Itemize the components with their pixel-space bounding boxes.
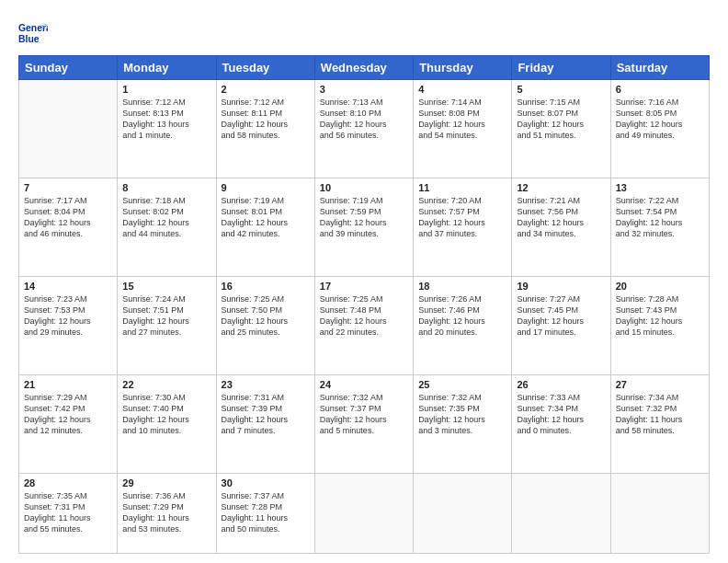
calendar-cell: 11Sunrise: 7:20 AMSunset: 7:57 PMDayligh… (414, 178, 512, 276)
calendar-cell: 15Sunrise: 7:24 AMSunset: 7:51 PMDayligh… (118, 276, 216, 374)
day-number: 5 (517, 84, 605, 95)
calendar-cell: 22Sunrise: 7:30 AMSunset: 7:40 PMDayligh… (118, 374, 216, 473)
logo: General Blue (18, 18, 51, 48)
day-number: 3 (320, 84, 408, 95)
calendar-cell (512, 473, 610, 554)
cell-info: Sunrise: 7:37 AMSunset: 7:28 PMDaylight:… (222, 490, 310, 535)
calendar-cell: 4Sunrise: 7:14 AMSunset: 8:08 PMDaylight… (414, 80, 512, 178)
day-number: 8 (122, 182, 210, 193)
day-number: 22 (122, 379, 210, 390)
cell-info: Sunrise: 7:14 AMSunset: 8:08 PMDaylight:… (418, 97, 506, 142)
day-number: 16 (222, 281, 310, 292)
day-number: 30 (222, 477, 310, 488)
page: General Blue SundayMondayTuesdayWednesda… (0, 0, 728, 563)
day-number: 26 (517, 379, 605, 390)
calendar-cell: 10Sunrise: 7:19 AMSunset: 7:59 PMDayligh… (314, 178, 413, 276)
calendar-cell: 19Sunrise: 7:27 AMSunset: 7:45 PMDayligh… (512, 276, 610, 374)
cell-info: Sunrise: 7:12 AMSunset: 8:11 PMDaylight:… (222, 97, 310, 142)
week-row-5: 28Sunrise: 7:35 AMSunset: 7:31 PMDayligh… (19, 473, 710, 554)
week-row-4: 21Sunrise: 7:29 AMSunset: 7:42 PMDayligh… (19, 374, 710, 473)
calendar-cell: 17Sunrise: 7:25 AMSunset: 7:48 PMDayligh… (314, 276, 413, 374)
day-number: 15 (122, 281, 210, 292)
calendar-cell (19, 80, 118, 178)
calendar-cell: 6Sunrise: 7:16 AMSunset: 8:05 PMDaylight… (610, 80, 709, 178)
day-number: 7 (24, 182, 112, 193)
calendar-cell: 9Sunrise: 7:19 AMSunset: 8:01 PMDaylight… (216, 178, 314, 276)
day-number: 27 (616, 379, 704, 390)
calendar-cell: 25Sunrise: 7:32 AMSunset: 7:35 PMDayligh… (414, 374, 512, 473)
cell-info: Sunrise: 7:20 AMSunset: 7:57 PMDaylight:… (418, 195, 506, 240)
calendar-cell: 5Sunrise: 7:15 AMSunset: 8:07 PMDaylight… (512, 80, 610, 178)
day-number: 14 (24, 281, 112, 292)
cell-info: Sunrise: 7:34 AMSunset: 7:32 PMDaylight:… (616, 392, 704, 437)
day-number: 9 (222, 182, 310, 193)
cell-info: Sunrise: 7:24 AMSunset: 7:51 PMDaylight:… (122, 293, 210, 339)
calendar-cell: 23Sunrise: 7:31 AMSunset: 7:39 PMDayligh… (216, 374, 314, 473)
calendar-cell: 3Sunrise: 7:13 AMSunset: 8:10 PMDaylight… (314, 80, 413, 178)
calendar-cell: 21Sunrise: 7:29 AMSunset: 7:42 PMDayligh… (19, 374, 118, 473)
day-number: 28 (24, 477, 112, 488)
cell-info: Sunrise: 7:29 AMSunset: 7:42 PMDaylight:… (24, 392, 112, 437)
day-number: 21 (24, 379, 112, 390)
cell-info: Sunrise: 7:25 AMSunset: 7:50 PMDaylight:… (222, 293, 310, 339)
calendar-cell (414, 473, 512, 554)
calendar-cell: 27Sunrise: 7:34 AMSunset: 7:32 PMDayligh… (610, 374, 709, 473)
day-header-monday: Monday (118, 56, 216, 80)
day-number: 6 (616, 84, 704, 95)
cell-info: Sunrise: 7:31 AMSunset: 7:39 PMDaylight:… (222, 392, 310, 437)
cell-info: Sunrise: 7:12 AMSunset: 8:13 PMDaylight:… (122, 97, 210, 142)
cell-info: Sunrise: 7:13 AMSunset: 8:10 PMDaylight:… (320, 97, 408, 142)
day-number: 17 (320, 281, 408, 292)
calendar-cell: 8Sunrise: 7:18 AMSunset: 8:02 PMDaylight… (118, 178, 216, 276)
cell-info: Sunrise: 7:30 AMSunset: 7:40 PMDaylight:… (122, 392, 210, 437)
day-number: 10 (320, 182, 408, 193)
week-row-1: 1Sunrise: 7:12 AMSunset: 8:13 PMDaylight… (19, 80, 710, 178)
week-row-2: 7Sunrise: 7:17 AMSunset: 8:04 PMDaylight… (19, 178, 710, 276)
day-number: 2 (222, 84, 310, 95)
day-number: 1 (122, 84, 210, 95)
calendar-cell: 29Sunrise: 7:36 AMSunset: 7:29 PMDayligh… (118, 473, 216, 554)
day-number: 24 (320, 379, 408, 390)
cell-info: Sunrise: 7:35 AMSunset: 7:31 PMDaylight:… (24, 490, 112, 535)
calendar-cell: 7Sunrise: 7:17 AMSunset: 8:04 PMDaylight… (19, 178, 118, 276)
calendar-cell: 28Sunrise: 7:35 AMSunset: 7:31 PMDayligh… (19, 473, 118, 554)
logo-icon: General Blue (18, 18, 48, 48)
week-row-3: 14Sunrise: 7:23 AMSunset: 7:53 PMDayligh… (19, 276, 710, 374)
calendar-cell (314, 473, 413, 554)
cell-info: Sunrise: 7:21 AMSunset: 7:56 PMDaylight:… (517, 195, 605, 240)
day-header-thursday: Thursday (414, 56, 512, 80)
day-number: 23 (222, 379, 310, 390)
cell-info: Sunrise: 7:28 AMSunset: 7:43 PMDaylight:… (616, 293, 704, 339)
day-number: 4 (418, 84, 506, 95)
day-number: 13 (616, 182, 704, 193)
calendar-cell: 20Sunrise: 7:28 AMSunset: 7:43 PMDayligh… (610, 276, 709, 374)
calendar-cell: 12Sunrise: 7:21 AMSunset: 7:56 PMDayligh… (512, 178, 610, 276)
day-number: 19 (517, 281, 605, 292)
calendar-cell: 18Sunrise: 7:26 AMSunset: 7:46 PMDayligh… (414, 276, 512, 374)
day-number: 11 (418, 182, 506, 193)
header: General Blue (18, 15, 710, 48)
cell-info: Sunrise: 7:27 AMSunset: 7:45 PMDaylight:… (517, 293, 605, 339)
cell-info: Sunrise: 7:32 AMSunset: 7:37 PMDaylight:… (320, 392, 408, 437)
day-header-saturday: Saturday (610, 56, 709, 80)
day-header-friday: Friday (512, 56, 610, 80)
calendar-header-row: SundayMondayTuesdayWednesdayThursdayFrid… (19, 56, 710, 80)
calendar-cell: 2Sunrise: 7:12 AMSunset: 8:11 PMDaylight… (216, 80, 314, 178)
calendar-cell: 24Sunrise: 7:32 AMSunset: 7:37 PMDayligh… (314, 374, 413, 473)
day-number: 25 (418, 379, 506, 390)
day-header-wednesday: Wednesday (314, 56, 413, 80)
day-header-tuesday: Tuesday (216, 56, 314, 80)
cell-info: Sunrise: 7:23 AMSunset: 7:53 PMDaylight:… (24, 293, 112, 339)
cell-info: Sunrise: 7:22 AMSunset: 7:54 PMDaylight:… (616, 195, 704, 240)
calendar-table: SundayMondayTuesdayWednesdayThursdayFrid… (18, 55, 710, 554)
svg-text:General: General (18, 23, 48, 33)
calendar-cell: 16Sunrise: 7:25 AMSunset: 7:50 PMDayligh… (216, 276, 314, 374)
day-number: 29 (122, 477, 210, 488)
calendar-cell: 26Sunrise: 7:33 AMSunset: 7:34 PMDayligh… (512, 374, 610, 473)
cell-info: Sunrise: 7:19 AMSunset: 8:01 PMDaylight:… (222, 195, 310, 240)
calendar-cell: 13Sunrise: 7:22 AMSunset: 7:54 PMDayligh… (610, 178, 709, 276)
day-number: 20 (616, 281, 704, 292)
cell-info: Sunrise: 7:17 AMSunset: 8:04 PMDaylight:… (24, 195, 112, 240)
cell-info: Sunrise: 7:33 AMSunset: 7:34 PMDaylight:… (517, 392, 605, 437)
cell-info: Sunrise: 7:26 AMSunset: 7:46 PMDaylight:… (418, 293, 506, 339)
